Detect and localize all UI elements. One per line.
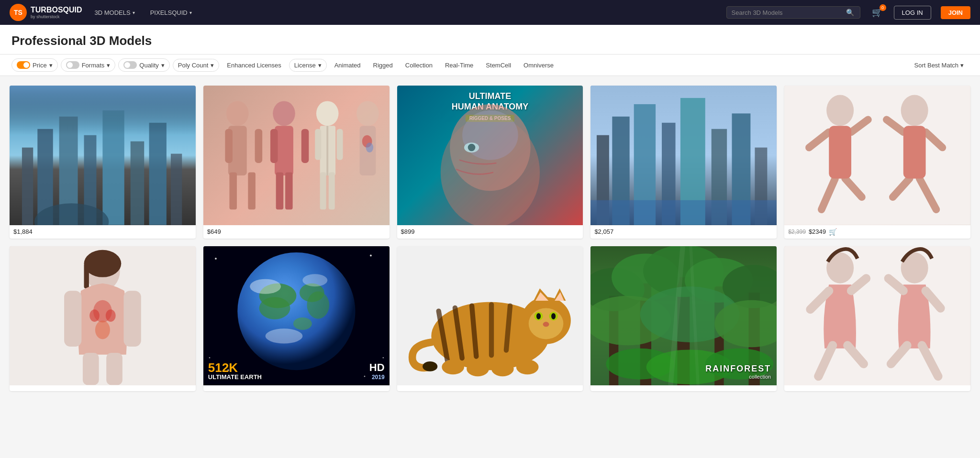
filter-price[interactable]: Price ▾ <box>11 58 58 72</box>
svg-rect-14 <box>225 129 233 163</box>
svg-point-37 <box>462 110 518 160</box>
svg-point-84 <box>250 279 281 294</box>
filter-quality[interactable]: Quality ▾ <box>118 58 169 72</box>
page-title-area: Professional 3D Models <box>0 25 980 55</box>
filter-animated[interactable]: Animated <box>330 59 366 71</box>
rainforest-sub-text: collection <box>705 374 771 380</box>
search-input[interactable] <box>732 9 845 16</box>
product-image-8 <box>397 246 583 386</box>
product-card-3[interactable]: ULTIMATEHUMAN ANATOMY RIGGED & POSES $89… <box>397 86 583 239</box>
product-card-10[interactable] <box>784 246 970 392</box>
page-title: Professional 3D Models <box>11 33 969 48</box>
license-chevron-icon: ▾ <box>318 62 322 69</box>
product-grid: $1,884 <box>0 76 980 401</box>
anatomy-head-svg <box>397 86 583 225</box>
svg-point-12 <box>226 101 249 126</box>
logo[interactable]: TS TURBOSQUID by shutterstock <box>10 4 82 21</box>
rainforest-main-text: RAINFOREST <box>705 364 771 374</box>
formats-chevron-icon: ▾ <box>107 62 110 69</box>
anatomy-multi-svg <box>203 86 390 225</box>
join-button[interactable]: JOIN <box>941 6 970 19</box>
product-card-9[interactable]: RAINFOREST collection <box>590 246 777 392</box>
earth-512k-label: 512K <box>208 361 262 374</box>
svg-rect-68 <box>84 263 89 288</box>
search-button[interactable]: 🔍 <box>845 9 855 16</box>
earth-labels: 512K ULTIMATE EARTH HD 2019 <box>208 361 385 381</box>
earth-title-label: ULTIMATE EARTH <box>208 374 262 381</box>
product-image-2 <box>203 86 390 225</box>
svg-rect-16 <box>229 172 237 209</box>
svg-point-115 <box>423 361 437 371</box>
nav-pixelsquid[interactable]: PIXELSQUID ▾ <box>147 7 195 18</box>
filter-bar: Price ▾ Formats ▾ Quality ▾ Poly Count ▾… <box>0 55 980 76</box>
svg-point-113 <box>491 361 514 376</box>
product-price-9 <box>590 385 777 391</box>
product-card-4[interactable]: $2,057 <box>590 86 777 239</box>
login-button[interactable]: LOG IN <box>894 6 931 20</box>
svg-rect-15 <box>255 129 262 163</box>
header: TS TURBOSQUID by shutterstock 3D MODELS … <box>0 0 980 25</box>
price-value-4: $2,057 <box>594 228 613 235</box>
product-image-9: RAINFOREST collection <box>590 246 777 386</box>
product-price-2: $649 <box>203 225 390 238</box>
price-value-5: $2349 <box>809 228 826 235</box>
nav-3d-models[interactable]: 3D MODELS ▾ <box>92 7 138 18</box>
nav-pixelsquid-arrow-icon: ▾ <box>189 10 192 15</box>
svg-rect-17 <box>248 172 256 209</box>
product-image-6 <box>10 246 196 386</box>
filter-poly-count[interactable]: Poly Count ▾ <box>173 59 220 72</box>
price-old-5: $2,399 <box>788 229 806 235</box>
tiger-svg <box>397 246 583 386</box>
svg-point-80 <box>259 297 290 319</box>
product-image-5 <box>784 86 970 225</box>
svg-rect-64 <box>903 126 926 178</box>
svg-rect-7 <box>131 142 145 225</box>
svg-point-105 <box>543 322 549 327</box>
price-value-2: $649 <box>207 228 221 235</box>
filter-rigged[interactable]: Rigged <box>368 59 398 71</box>
svg-text:TS: TS <box>14 9 22 16</box>
svg-point-24 <box>316 101 339 126</box>
svg-rect-30 <box>329 172 335 209</box>
svg-point-89 <box>382 357 384 359</box>
svg-point-87 <box>215 258 217 260</box>
product-price-5: $2,399 $2349 🛒 <box>784 225 970 239</box>
product-card-7[interactable]: 512K ULTIMATE EARTH HD 2019 <box>203 246 390 392</box>
svg-rect-75 <box>83 353 99 385</box>
filter-license[interactable]: License ▾ <box>289 59 327 72</box>
svg-rect-28 <box>336 129 343 160</box>
filter-formats[interactable]: Formats ▾ <box>61 58 116 72</box>
filter-enhanced-licenses[interactable]: Enhanced Licenses <box>222 59 286 71</box>
cart-icon-5: 🛒 <box>829 228 837 236</box>
city-svg <box>10 86 196 225</box>
product-image-4 <box>590 86 777 225</box>
quality-toggle-icon <box>123 61 137 69</box>
svg-rect-76 <box>106 353 122 385</box>
product-price-4: $2,057 <box>590 225 777 238</box>
price-chevron-icon: ▾ <box>49 62 53 69</box>
cart-button[interactable]: 🛒 0 <box>870 5 884 20</box>
svg-rect-2 <box>22 148 33 225</box>
svg-point-34 <box>366 142 373 153</box>
svg-rect-109 <box>489 302 493 358</box>
sort-button[interactable]: Sort Best Match ▾ <box>910 59 969 71</box>
product-image-3: ULTIMATEHUMAN ANATOMY RIGGED & POSES <box>397 86 583 225</box>
product-card-1[interactable]: $1,884 <box>10 86 196 239</box>
rainforest-label: RAINFOREST collection <box>705 364 771 380</box>
product-card-6[interactable] <box>10 246 196 392</box>
filter-collection[interactable]: Collection <box>401 59 437 71</box>
filter-stemcell[interactable]: StemCell <box>481 59 516 71</box>
product-image-10 <box>784 246 970 386</box>
product-card-8[interactable] <box>397 246 583 392</box>
product-card-2[interactable]: $649 <box>203 86 390 239</box>
product-price-8 <box>397 385 583 391</box>
svg-point-90 <box>209 357 210 359</box>
filter-realtime[interactable]: Real-Time <box>440 59 478 71</box>
product-card-5[interactable]: $2,399 $2349 🛒 <box>784 86 970 239</box>
svg-point-103 <box>536 313 541 319</box>
svg-point-78 <box>237 252 355 370</box>
svg-point-58 <box>901 95 928 126</box>
svg-point-111 <box>442 360 464 374</box>
price-value-1: $1,884 <box>13 228 33 235</box>
filter-omniverse[interactable]: Omniverse <box>519 59 558 71</box>
